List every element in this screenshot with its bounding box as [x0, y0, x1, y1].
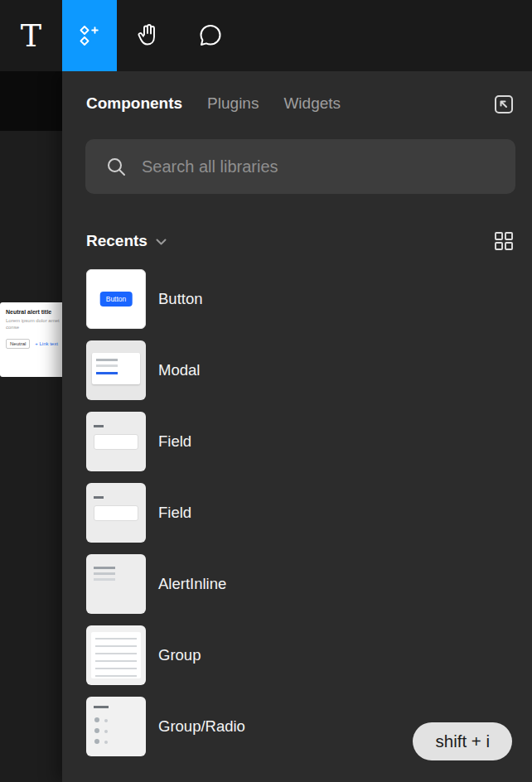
alert-card-actions: Neutral Link text: [6, 339, 62, 349]
component-label: Group/Radio: [158, 717, 245, 736]
search-bar: [85, 139, 515, 194]
search-icon: [85, 156, 142, 177]
components-icon: [77, 23, 102, 48]
text-tool-button[interactable]: T: [0, 0, 62, 71]
list-item-field-2[interactable]: Field: [86, 483, 532, 543]
component-thumbnail: [86, 554, 146, 614]
component-label: Field: [158, 504, 191, 522]
hand-tool-icon: [135, 22, 162, 49]
alert-card-body: Lorem ipsum dolor amet conse: [6, 317, 62, 331]
list-item-field-1[interactable]: Field: [86, 412, 532, 471]
component-list: Button Button Modal Field Field AlertInl…: [62, 269, 532, 756]
component-label: Field: [158, 432, 191, 451]
alert-card-link: Link text: [35, 341, 58, 346]
components-tool-button[interactable]: [62, 0, 117, 71]
comment-icon: [197, 22, 224, 49]
text-tool-icon: T: [21, 20, 41, 51]
chevron-down-icon: [156, 239, 167, 246]
component-thumbnail: [86, 625, 146, 685]
keyboard-shortcut-badge: shift + i: [413, 722, 512, 760]
alert-card-button: Neutral: [6, 339, 30, 349]
component-thumbnail: [86, 412, 146, 471]
component-label: Modal: [158, 361, 200, 379]
canvas-alert-card[interactable]: Neutral alert title Lorem ipsum dolor am…: [0, 302, 62, 377]
recents-toggle[interactable]: [156, 236, 167, 246]
comment-tool-button[interactable]: [179, 0, 241, 71]
grid-view-button[interactable]: [494, 231, 514, 251]
list-item-group[interactable]: Group: [86, 625, 532, 685]
panel-tabs: Components Plugins Widgets: [62, 71, 532, 116]
tab-components[interactable]: Components: [86, 94, 182, 113]
recents-header: Recents: [86, 230, 514, 252]
component-label: Group: [158, 646, 201, 664]
component-thumbnail: [86, 483, 146, 543]
component-label: Button: [158, 290, 203, 308]
list-item-button[interactable]: Button Button: [86, 269, 532, 329]
components-panel: Components Plugins Widgets Recents: [62, 71, 532, 782]
list-item-alertinline[interactable]: AlertInline: [86, 554, 532, 614]
tab-widgets[interactable]: Widgets: [283, 94, 341, 113]
canvas-dark-band: [0, 71, 62, 131]
component-thumbnail: [86, 697, 146, 756]
grid-view-icon: [494, 231, 514, 251]
canvas-area: Neutral alert title Lorem ipsum dolor am…: [0, 71, 62, 782]
open-in-canvas-button[interactable]: [491, 91, 517, 118]
arrow-corner-icon: [493, 94, 515, 115]
tab-plugins[interactable]: Plugins: [207, 94, 259, 113]
toolbar: T: [0, 0, 532, 71]
thumbnail-button-pill: Button: [100, 292, 133, 307]
component-thumbnail: [86, 340, 146, 400]
list-item-modal[interactable]: Modal: [86, 340, 532, 400]
search-input[interactable]: [142, 139, 515, 194]
recents-title: Recents: [86, 232, 148, 250]
component-label: AlertInline: [158, 575, 226, 593]
alert-card-title: Neutral alert title: [6, 309, 62, 315]
hand-tool-button[interactable]: [117, 0, 179, 71]
component-thumbnail: Button: [86, 269, 146, 329]
